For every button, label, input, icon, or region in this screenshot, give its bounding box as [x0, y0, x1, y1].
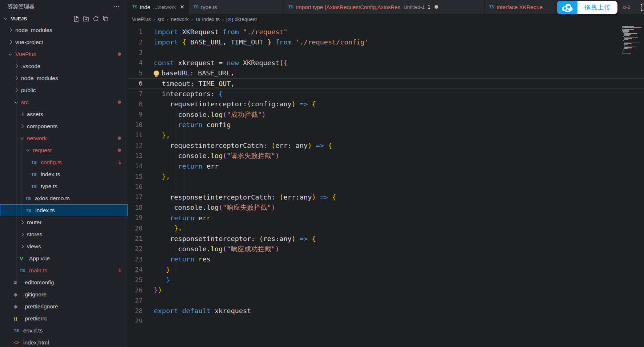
editor-tab-type.ts[interactable]: TStype.ts [189, 0, 284, 14]
tree-item-.prettierrc[interactable]: {}.prettierrc [0, 312, 128, 324]
code-line-16[interactable]: 16 [128, 182, 644, 192]
breadcrumb-item-network[interactable]: network [171, 16, 189, 22]
code-line-6[interactable]: 6 timeout: TIME_OUT, [128, 78, 644, 88]
code-editor[interactable]: 1import XKRequest from "./request"2impor… [128, 25, 644, 347]
tree-item-label: .gitignore [23, 291, 47, 298]
tree-item-assets[interactable]: assets [0, 108, 128, 120]
code-line-21[interactable]: 21 responsetinterceptor: (res:any) => { [128, 233, 644, 244]
line-content: }) [143, 286, 162, 294]
tab-description: ...\network [153, 4, 176, 10]
code-line-12[interactable]: 12 requestinterceptorCatch: (err: any) =… [128, 140, 644, 150]
code-line-20[interactable]: 20 }, [128, 223, 644, 233]
breadcrumb-item-src[interactable]: src [157, 16, 164, 22]
tree-item-label: config.ts [41, 159, 62, 166]
tree-item-node_modules[interactable]: node_modules [0, 72, 128, 84]
tree-item-label: stores [27, 231, 42, 238]
code-line-1[interactable]: 1import XKRequest from "./request" [128, 27, 644, 37]
tree-item-request[interactable]: request [0, 144, 128, 156]
code-line-25[interactable]: 25 } [128, 275, 644, 285]
netdisk-upload-widget[interactable]: 拖拽上传 [557, 1, 617, 14]
tree-item-public[interactable]: public [0, 84, 128, 96]
code-line-5[interactable]: 5baseURL: BASE_URL, [128, 68, 644, 78]
tree-item-index.ts[interactable]: TSindex.ts [0, 204, 128, 216]
breadcrumb-label: index.ts [202, 16, 220, 22]
unsaved-dot-icon[interactable] [435, 5, 438, 9]
collapse-all-icon[interactable] [103, 16, 109, 22]
editor-tab-import type[interactable]: TSimport type {AxiosRequestConfig,AxiosR… [284, 0, 485, 14]
ts-file-icon: TS [20, 268, 29, 273]
code-line-7[interactable]: 7 interceptors: { [128, 88, 644, 99]
code-lines[interactable]: 1import XKRequest from "./request"2impor… [128, 25, 644, 326]
new-file-icon[interactable] [73, 16, 79, 22]
code-line-23[interactable]: 23 return res [128, 254, 644, 264]
line-content: }, [143, 131, 170, 139]
close-tab-icon[interactable]: ✕ [180, 4, 184, 10]
code-line-4[interactable]: 4const xkrequest = new XKRequest({ [128, 58, 644, 68]
tree-item-src[interactable]: src [0, 96, 128, 108]
tree-item-views[interactable]: views [0, 240, 128, 252]
vue-file-icon: V [20, 255, 29, 261]
editor-tab-index.ts[interactable]: TSindex.ts...\network✕ [128, 0, 189, 14]
new-folder-icon[interactable] [83, 16, 89, 22]
code-line-18[interactable]: 18 console.log("响应失败拦截") [128, 202, 644, 213]
workspace-root-row[interactable]: VUEJS [0, 13, 128, 24]
tree-item-.prettierignore[interactable]: ◆.prettierignore [0, 300, 128, 312]
lightbulb-icon[interactable] [154, 71, 159, 76]
line-content: console.log("响应成功拦截") [143, 244, 279, 253]
tree-item-vue-project[interactable]: vue-project [0, 36, 128, 48]
code-line-15[interactable]: 15 }, [128, 171, 644, 181]
chevron-right-icon [20, 113, 24, 116]
breadcrumb-separator: › [191, 17, 193, 22]
code-line-9[interactable]: 9 console.log("成功拦截") [128, 109, 644, 119]
tree-item-router[interactable]: router [0, 216, 128, 228]
code-line-14[interactable]: 14 return err [128, 161, 644, 171]
tree-item-label: axios.demo.ts [35, 195, 70, 202]
tree-item-.gitignore[interactable]: ◆.gitignore [0, 288, 128, 300]
tree-item-.editorconfig[interactable]: ≡.editorconfig [0, 276, 128, 288]
code-line-3[interactable]: 3 [128, 47, 644, 58]
chevron-right-icon [20, 125, 24, 128]
tree-item-index.ts[interactable]: TSindex.ts [0, 168, 128, 180]
ts-file-icon: TS [31, 184, 41, 189]
code-line-24[interactable]: 24 } [128, 264, 644, 275]
breadcrumb-item-VuePlus[interactable]: VuePlus [132, 16, 151, 22]
refresh-icon[interactable] [93, 16, 99, 22]
code-line-22[interactable]: 22 console.log("响应成功拦截") [128, 244, 644, 254]
code-line-29[interactable]: 29 [128, 316, 644, 326]
breadcrumb-separator: › [153, 17, 155, 22]
ts-file-icon: TS [31, 172, 41, 177]
code-line-28[interactable]: 28export default xkrequest [128, 306, 644, 316]
tree-item-label: router [27, 219, 42, 226]
code-line-27[interactable]: 27 [128, 295, 644, 305]
tree-item-config.ts[interactable]: TSconfig.ts1 [0, 156, 128, 168]
code-line-2[interactable]: 2import { BASE_URL, TIME_OUT } from './r… [128, 37, 644, 47]
upload-button-label[interactable]: 拖拽上传 [577, 1, 617, 14]
code-line-8[interactable]: 8 requsetinterceptor:(config:any) => { [128, 99, 644, 109]
tree-item-index.html[interactable]: <>index.html [0, 336, 128, 347]
line-content: console.log("请求失败拦截") [143, 151, 279, 160]
tree-item-axios.demo.ts[interactable]: TSaxios.demo.ts [0, 192, 128, 204]
code-line-13[interactable]: 13 console.log("请求失败拦截") [128, 151, 644, 161]
tree-item-network[interactable]: network [0, 132, 128, 144]
tree-item-VuePlus[interactable]: VuePlus [0, 48, 128, 60]
tree-item-.vscode[interactable]: .vscode [0, 60, 128, 72]
tree-item-main.ts[interactable]: TSmain.ts1 [0, 264, 128, 276]
tree-item-stores[interactable]: stores [0, 228, 128, 240]
breadcrumb-item-xkrequest[interactable]: [⊘]xkrequest [226, 16, 257, 22]
code-line-19[interactable]: 19 return err [128, 213, 644, 223]
breadcrumb-item-index.ts[interactable]: TSindex.ts [195, 16, 220, 22]
more-actions-icon[interactable]: ⋯ [113, 3, 120, 11]
tree-item-type.ts[interactable]: TStype.ts [0, 180, 128, 192]
code-line-11[interactable]: 11 }, [128, 130, 644, 140]
code-line-10[interactable]: 10 return config [128, 120, 644, 130]
tree-item-components[interactable]: components [0, 120, 128, 132]
code-line-26[interactable]: 26}) [128, 285, 644, 295]
modified-dot-badge [118, 149, 121, 152]
minimap[interactable] [622, 26, 643, 56]
tree-item-env.d.ts[interactable]: TSenv.d.ts [0, 324, 128, 336]
tree-item-App.vue[interactable]: VApp.vue [0, 252, 128, 264]
code-line-17[interactable]: 17 responsetinterceptorCatch: (err:any) … [128, 192, 644, 202]
indent-guide [16, 40, 16, 281]
tree-item-node_modules[interactable]: node_modules [0, 24, 128, 36]
editor-area: TSindex.ts...\network✕TStype.tsTSimport … [128, 0, 644, 347]
